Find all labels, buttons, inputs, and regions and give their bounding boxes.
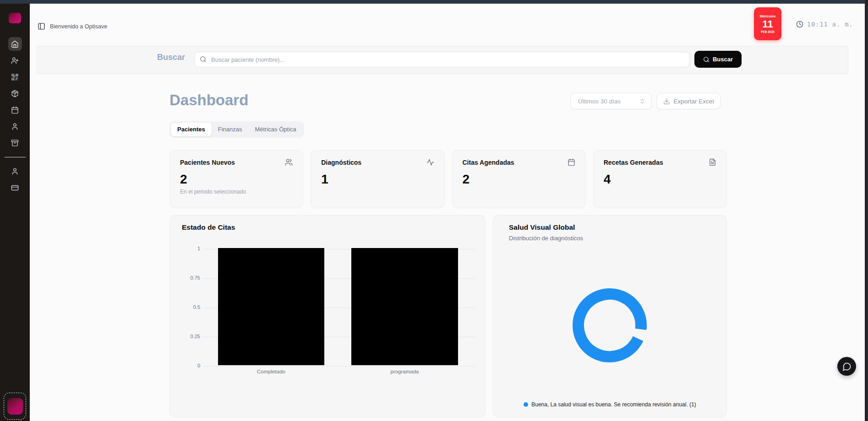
y-tick-label: 0.25 (170, 334, 200, 339)
welcome-text: Bienvenido a Optisave (50, 23, 107, 30)
tab-metricas-optica[interactable]: Métricas Óptica (248, 123, 302, 136)
y-tick-label: 0.75 (170, 275, 200, 281)
user-icon (11, 123, 19, 130)
donut-legend: Buena, La salud visual es buena. Se reco… (493, 401, 726, 408)
bar (218, 248, 324, 365)
sidebar-item-patients[interactable] (8, 119, 22, 133)
date-range-value: Últimos 30 días (578, 98, 621, 105)
calendar-icon (11, 106, 19, 114)
optisave-logo (7, 398, 23, 415)
chat-button[interactable] (837, 357, 856, 376)
sidebar-item-add-patient[interactable] (8, 54, 22, 67)
download-icon (663, 98, 670, 105)
donut-chart-title: Salud Visual Global (509, 223, 575, 232)
date-badge: Miércoles 11 FEB 2026 (754, 7, 781, 40)
stat-value: 2 (180, 173, 293, 186)
bar-chart-title: Estado de Citas (182, 223, 235, 232)
stat-card-citas-agendadas: Citas Agendadas 2 (452, 150, 586, 208)
stat-title: Diagnósticos (321, 159, 361, 166)
donut-chart-subtitle: Distribución de diagnósticos (509, 235, 583, 242)
window-top-strip (0, 0, 868, 4)
stat-subtitle: En el periodo seleccionado (180, 189, 293, 195)
stat-value: 4 (604, 173, 716, 186)
donut-chart (564, 280, 655, 371)
current-time: 10:11 a. m. (807, 21, 853, 28)
stat-value: 2 (463, 173, 575, 186)
y-tick-label: 0.5 (170, 304, 200, 310)
date-badge-day: 11 (762, 20, 773, 29)
bar-chart-card: Estado de Citas 1 0.75 0.5 0.25 0 Comple… (169, 215, 486, 417)
page-title: Dashboard (169, 92, 248, 109)
x-axis-label: Completado (218, 369, 324, 374)
sidebar-item-home[interactable] (8, 37, 22, 51)
date-badge-weekday: Miércoles (760, 14, 776, 18)
sidebar (0, 4, 30, 421)
search-button[interactable]: Buscar (694, 51, 742, 68)
archive-icon (11, 139, 19, 147)
sidebar-divider (5, 157, 26, 157)
stat-title: Recetas Generadas (604, 159, 663, 166)
sidebar-nav (8, 37, 22, 150)
sidebar-item-qr[interactable] (8, 70, 22, 84)
sidebar-item-inventory[interactable] (8, 86, 22, 100)
sidebar-item-appointments[interactable] (8, 103, 22, 117)
legend-text: Buena, La salud visual es buena. Se reco… (531, 401, 696, 408)
user-plus-icon (11, 57, 19, 65)
sidebar-footer (8, 164, 22, 194)
window-right-strip (865, 0, 868, 421)
chevrons-up-down-icon (639, 98, 645, 104)
y-tick-label: 0 (170, 363, 200, 368)
search-label: Buscar (137, 53, 185, 62)
clock-icon (796, 21, 803, 28)
file-text-icon (709, 158, 716, 166)
date-badge-month-year: FEB 2026 (761, 30, 774, 33)
tab-finanzas[interactable]: Finanzas (212, 123, 249, 136)
stat-value: 1 (321, 173, 434, 186)
qr-code-icon (11, 73, 19, 81)
search-input-wrap (194, 52, 690, 67)
y-tick-label: 1 (170, 246, 200, 251)
export-excel-button[interactable]: Exportar Excel (656, 93, 721, 109)
stat-card-recetas-generadas: Recetas Generadas 4 (593, 150, 727, 208)
export-excel-label: Exportar Excel (674, 98, 714, 105)
home-icon (11, 40, 19, 48)
bar (351, 248, 458, 365)
activity-icon (426, 158, 434, 166)
stat-card-pacientes-nuevos: Pacientes Nuevos 2 En el periodo selecci… (169, 150, 303, 208)
stat-title: Pacientes Nuevos (180, 159, 235, 166)
x-axis-label: programada (351, 369, 458, 374)
users-icon (285, 158, 293, 166)
sidebar-item-billing[interactable] (8, 181, 22, 194)
legend-dot (524, 402, 528, 407)
clock: 10:11 a. m. (796, 21, 853, 28)
date-range-select[interactable]: Últimos 30 días (570, 93, 652, 109)
donut-chart-card: Salud Visual Global Distribución de diag… (493, 215, 727, 417)
search-input[interactable] (194, 52, 690, 67)
stat-card-diagnosticos: Diagnósticos 1 (311, 150, 444, 208)
search-button-label: Buscar (713, 56, 733, 63)
donut-ring (568, 284, 651, 367)
panel-toggle-icon[interactable] (38, 22, 45, 30)
user-icon (11, 167, 19, 175)
optisave-logo (9, 13, 21, 23)
sidebar-bottom-logo[interactable] (4, 393, 26, 420)
message-circle-icon (842, 362, 852, 371)
tab-bar: Pacientes Finanzas Métricas Óptica (169, 121, 304, 138)
sidebar-item-profile[interactable] (8, 164, 22, 178)
calendar-icon (568, 158, 575, 166)
stats-row: Pacientes Nuevos 2 En el periodo selecci… (169, 150, 727, 208)
search-icon (703, 56, 710, 63)
tab-pacientes[interactable]: Pacientes (171, 123, 212, 136)
package-icon (11, 90, 19, 97)
sidebar-item-archive[interactable] (8, 136, 22, 150)
gridline (204, 366, 475, 367)
credit-card-icon (11, 184, 19, 192)
stat-title: Citas Agendadas (463, 159, 514, 166)
